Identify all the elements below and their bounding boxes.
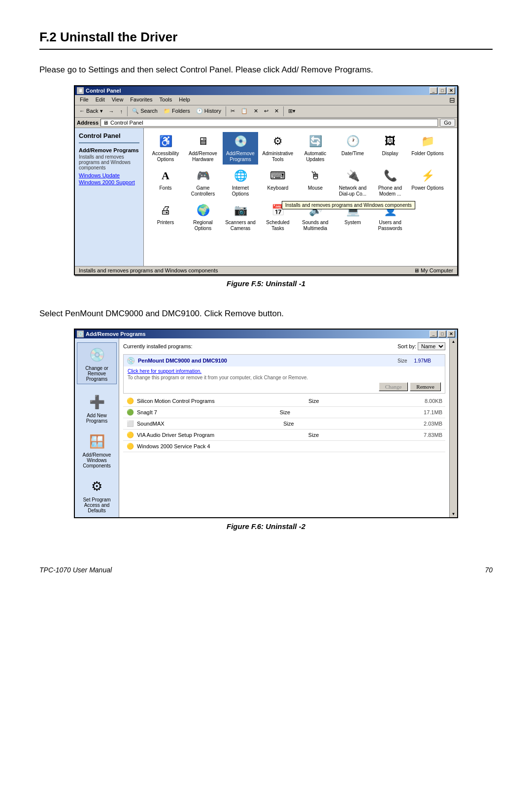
toolbar-move-btn[interactable]: ✂ — [228, 107, 237, 115]
cp-icon-game[interactable]: 🎮 Game Controllers — [185, 166, 221, 199]
toolbar-up-btn[interactable]: ↑ — [118, 107, 126, 115]
cp-icon-admintools[interactable]: ⚙ Administrative Tools — [260, 132, 296, 165]
toolbar-folders-btn[interactable]: 📁 Folders — [161, 107, 193, 115]
arp-change-btn[interactable]: Change — [379, 382, 408, 391]
game-icon: 🎮 — [195, 168, 211, 184]
cp-icon-display[interactable]: 🖼 Display — [372, 132, 408, 165]
cp-statusbar: Installs and removes programs and Window… — [75, 266, 457, 274]
cp-icon-hardware[interactable]: 🖥 Add/Remove Hardware — [185, 132, 221, 165]
arp-list-item-via[interactable]: 🟡 VIA Audio Driver Setup Program Size 7.… — [123, 430, 445, 441]
cp-icon-autoupdate[interactable]: 🔄 Automatic Updates — [298, 132, 333, 165]
toolbar-paste-btn[interactable]: ✕ — [251, 107, 261, 115]
page-footer: TPC-1070 User Manual 70 — [39, 566, 493, 574]
figure2-wrapper: 💿 Add/Remove Programs _ □ ✕ 💿 Change or … — [39, 329, 493, 546]
address-icon: 🖥 — [103, 120, 108, 126]
arp-scroll-down[interactable]: ▼ — [452, 512, 456, 516]
menu-file[interactable]: File — [77, 96, 92, 104]
toolbar-back-btn[interactable]: ← Back ▾ — [77, 107, 105, 115]
arp-remove-btn[interactable]: Remove — [410, 382, 441, 391]
arp-selected-program-header[interactable]: 💿 PenMount DMC9000 and DMC9100 Size 1.97… — [124, 355, 445, 366]
win2k-icon: 🟡 — [126, 442, 134, 450]
cp-icon-addremove-label: Add/Remove Programs — [224, 151, 257, 163]
toolbar-copy-btn[interactable]: 📋 — [238, 107, 250, 115]
cp-sidebar-section1: Add/Remove Programs — [79, 147, 139, 153]
cp-icon-fonts-label: Fonts — [159, 185, 171, 191]
cp-icon-phone[interactable]: 📞 Phone and Modem ... — [372, 166, 408, 199]
cp-icon-power-label: Power Options — [411, 185, 444, 191]
cp-icon-power[interactable]: ⚡ Power Options — [410, 166, 445, 199]
cp-icon-keyboard-label: Keyboard — [267, 185, 289, 191]
arp-sidebar-change[interactable]: 💿 Change or Remove Programs — [77, 342, 117, 384]
arp-maximize-btn[interactable]: □ — [438, 331, 446, 337]
cp-icon-network[interactable]: 🔌 Network and Dial-up Co... — [335, 166, 370, 199]
toolbar-views-btn[interactable]: ⊞▾ — [286, 107, 298, 115]
arp-support-link[interactable]: Click here for support information. — [128, 368, 201, 374]
silicon-size-value: 8.00KB — [413, 398, 442, 404]
cp-icon-folder[interactable]: 📁 Folder Options — [410, 132, 445, 165]
cp-titlebar-buttons[interactable]: _ □ ✕ — [430, 87, 455, 94]
arp-list-item-soundmax-left: ⬜ SoundMAX — [126, 420, 165, 428]
cp-icon-scanners[interactable]: 📷 Scanners and Cameras — [223, 201, 258, 233]
cp-toolbar: ← Back ▾ → ↑ 🔍 Search 📁 Folders 🕐 Histor… — [75, 105, 457, 118]
arp-sidebar-addnew[interactable]: ➕ Add New Programs — [77, 392, 117, 424]
cp-icon-accessibility[interactable]: ♿ Accessibility Options — [148, 132, 183, 165]
cp-icon-regional[interactable]: 🌍 Regional Options — [185, 201, 221, 233]
arp-sidebar-wincomp[interactable]: 🪟 Add/Remove Windows Components — [77, 432, 117, 468]
toolbar-history-btn[interactable]: 🕐 History — [194, 107, 224, 115]
address-go-btn[interactable]: Go — [440, 119, 455, 127]
arp-close-btn[interactable]: ✕ — [447, 331, 455, 337]
toolbar-undo-btn[interactable]: ↩ — [262, 107, 271, 115]
cp-minimize-btn[interactable]: _ — [430, 87, 437, 94]
arp-minimize-btn[interactable]: _ — [430, 331, 437, 337]
cp-icon-internet[interactable]: 🌐 Internet Options — [223, 166, 258, 199]
cp-icon-addremove[interactable]: 💿 Add/Remove Programs — [223, 132, 258, 165]
toolbar-delete-btn[interactable]: ✕ — [272, 107, 281, 115]
address-input[interactable]: 🖥 Control Panel — [100, 119, 438, 127]
cp-icon-phone-label: Phone and Modem ... — [373, 185, 407, 197]
arp-list-item-win2k[interactable]: 🟡 Windows 2000 Service Pack 4 — [123, 441, 445, 452]
arp-scroll-up[interactable]: ▲ — [452, 339, 456, 344]
internet-icon: 🌐 — [233, 168, 248, 184]
arp-main: Currently installed programs: Sort by: N… — [119, 338, 449, 517]
arp-selected-size-value: 1.97MB — [414, 358, 431, 364]
via-size-value: 7.83MB — [413, 432, 442, 438]
toolbar-search-btn[interactable]: 🔍 Search — [130, 107, 160, 115]
arp-list-item-soundmax[interactable]: ⬜ SoundMAX Size 2.03MB — [123, 418, 445, 430]
arp-titlebar-buttons[interactable]: _ □ ✕ — [430, 331, 455, 337]
cp-icon-keyboard[interactable]: ⌨ Keyboard — [260, 166, 296, 199]
arp-list-item-snagit[interactable]: 🟢 SnagIt 7 Size 17.1MB — [123, 407, 445, 418]
arp-scrollbar[interactable]: ▲ ▼ — [449, 338, 457, 517]
arp-wincomp-label: Add/Remove Windows Components — [77, 452, 117, 468]
cp-maximize-btn[interactable]: □ — [438, 87, 446, 94]
cp-sidebar-link-support[interactable]: Windows 2000 Support — [79, 179, 139, 185]
figure1-caption: Figure F.5: Uninstall -1 — [227, 279, 305, 288]
arp-list-item-silicon[interactable]: 🟡 Silicon Motion Control Programs Size 8… — [123, 396, 445, 407]
arp-list-item-win2k-left: 🟡 Windows 2000 Service Pack 4 — [126, 442, 210, 450]
cp-icon-regional-label: Regional Options — [186, 220, 220, 232]
cp-icon-mouse[interactable]: 🖱 Mouse — [298, 166, 333, 199]
hardware-icon: 🖥 — [195, 134, 211, 150]
menu-view[interactable]: View — [109, 96, 127, 104]
cp-icon-fonts[interactable]: A Fonts — [148, 166, 183, 199]
arp-wincomp-icon: 🪟 — [87, 432, 107, 451]
arp-selected-program-detail: Click here for support information. To c… — [124, 366, 445, 393]
cp-titlebar-left: 🖥 Control Panel — [77, 87, 121, 94]
menu-favorites[interactable]: Favorites — [127, 96, 155, 104]
arp-sidebar-setprog[interactable]: ⚙ Set Program Access and Defaults — [77, 476, 117, 513]
menu-tools[interactable]: Tools — [157, 96, 175, 104]
cp-sidebar-link-update[interactable]: Windows Update — [79, 172, 139, 178]
arp-sort-select[interactable]: Name — [418, 342, 445, 350]
menu-edit[interactable]: Edit — [93, 96, 108, 104]
arp-detail-text: To change this program or remove it from… — [128, 375, 441, 380]
soundmax-icon: ⬜ — [126, 420, 134, 428]
menu-help[interactable]: Help — [176, 96, 193, 104]
cp-icon-datetime[interactable]: 🕐 Date/Time — [335, 132, 370, 165]
cp-icon-printers[interactable]: 🖨 Printers — [148, 201, 183, 233]
arp-header-row: Currently installed programs: Sort by: N… — [123, 342, 445, 350]
toolbar-forward-btn[interactable]: → — [106, 107, 117, 115]
cp-tooltip: Installs and removes programs and Window… — [282, 201, 415, 209]
cp-menu-icon: ⊟ — [449, 96, 455, 104]
arp-addnew-icon: ➕ — [87, 392, 107, 412]
cp-icon-users-label: Users and Passwords — [373, 220, 407, 232]
cp-close-btn[interactable]: ✕ — [447, 87, 455, 94]
